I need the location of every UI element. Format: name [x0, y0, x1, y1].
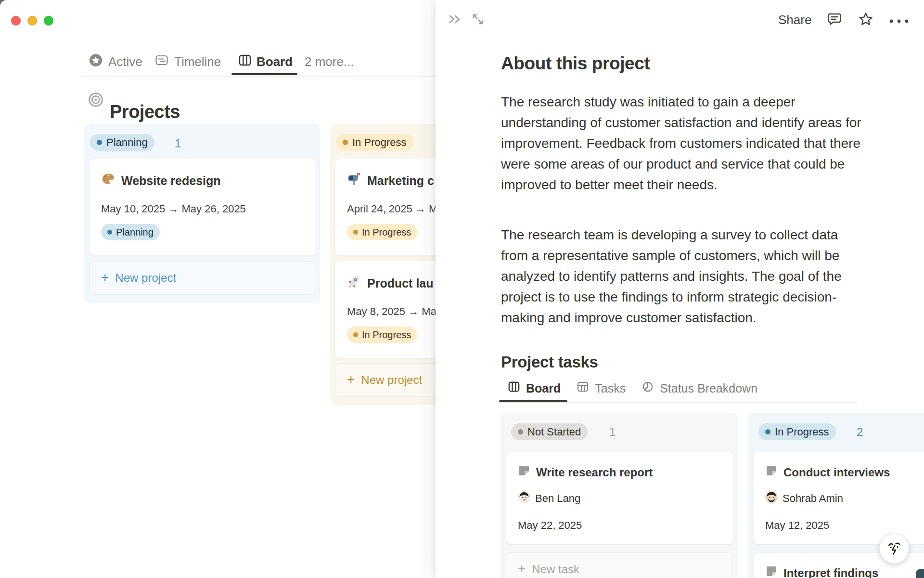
status-dot	[97, 140, 102, 145]
minimize-window-button[interactable]	[27, 16, 37, 26]
ai-face-icon	[886, 539, 903, 558]
card-status-label: In Progress	[362, 227, 411, 238]
view-tab-status-breakdown-label: Status Breakdown	[660, 381, 757, 395]
task-column-not-started: Not Started 1 Write research report Ben …	[500, 413, 738, 578]
pie-chart-icon	[642, 381, 654, 395]
close-peek-chevrons-icon[interactable]	[448, 12, 462, 28]
view-tabs-divider	[499, 402, 857, 403]
new-task-label: New task	[532, 563, 579, 576]
avatar-ben-lang	[518, 491, 530, 503]
status-dot	[765, 429, 770, 434]
task-card-conduct-interviews[interactable]: Conduct interviews Sohrab Amin May 12, 2…	[753, 452, 924, 544]
section-heading: Project tasks	[501, 353, 598, 371]
comments-icon[interactable]	[827, 12, 842, 29]
board-icon	[508, 381, 520, 395]
view-tab-tasks-label: Tasks	[595, 381, 626, 395]
tab-board-label: Board	[257, 54, 293, 69]
view-tab-status-breakdown[interactable]: Status Breakdown	[642, 381, 757, 395]
tab-active-label: Active	[108, 54, 142, 69]
rocket-icon	[347, 275, 361, 291]
new-project-label: New project	[115, 271, 176, 285]
about-paragraph-1: The research study was initiated to gain…	[501, 92, 862, 195]
status-pill-label: In Progress	[775, 426, 829, 438]
notion-ai-button[interactable]	[879, 534, 909, 564]
status-pill-planning[interactable]: Planning	[90, 134, 154, 151]
active-tab-underline	[231, 73, 297, 75]
card-status-tag: In Progress	[347, 327, 417, 343]
status-dot	[107, 230, 112, 235]
status-pill-not-started[interactable]: Not Started	[511, 423, 588, 440]
task-assignee: Sohrab Amin	[783, 492, 843, 505]
card-status-label: In Progress	[362, 329, 411, 341]
view-tab-tasks[interactable]: Tasks	[577, 381, 626, 395]
status-pill-in-progress[interactable]: In Progress	[758, 423, 836, 440]
status-pill-label: Planning	[106, 136, 148, 149]
palette-icon	[101, 172, 116, 188]
note-icon	[518, 464, 530, 479]
project-card-website-redesign[interactable]: Website redesign May 10, 2025 → May 26, …	[89, 158, 316, 256]
star-circle-icon	[89, 53, 103, 70]
task-card-write-research-report[interactable]: Write research report Ben Lang May 22, 2…	[506, 452, 734, 544]
task-date: May 12, 2025	[765, 519, 829, 532]
column-count: 2	[857, 425, 863, 439]
status-pill-label: Not Started	[527, 426, 581, 438]
plus-icon: +	[347, 373, 355, 386]
card-status-tag: In Progress	[347, 224, 417, 240]
zoom-window-button[interactable]	[44, 16, 53, 26]
avatar-sohrab-amin	[765, 491, 778, 503]
new-project-label: New project	[361, 373, 422, 387]
favorite-star-icon[interactable]	[858, 11, 874, 29]
tab-more-label: 2 more...	[305, 54, 354, 69]
card-status-tag: Planning	[101, 224, 160, 240]
card-title: Marketing c	[367, 174, 434, 188]
close-window-button[interactable]	[11, 16, 21, 26]
new-task-button[interactable]: + New task	[506, 552, 733, 578]
board-column-planning: Planning 1 Website redesign May 10, 2025…	[84, 124, 320, 303]
task-title: Interpret findings	[783, 566, 878, 578]
peek-page-title: About this project	[501, 53, 650, 74]
status-pill-label: In Progress	[352, 136, 407, 149]
screen: Active Timeline Board 2 more... Projects	[0, 0, 924, 578]
side-peek-panel: Share About this project The research st…	[436, 0, 924, 578]
card-dates: April 24, 2025 → M	[347, 203, 437, 215]
more-options-icon[interactable]	[888, 17, 910, 26]
mailbox-icon	[347, 172, 361, 188]
status-dot	[343, 140, 348, 145]
status-pill-in-progress[interactable]: In Progress	[336, 134, 413, 151]
task-title: Conduct interviews	[783, 466, 890, 479]
board-icon	[239, 54, 251, 70]
task-date: May 22, 2025	[518, 519, 582, 532]
tab-timeline[interactable]: Timeline	[155, 54, 221, 69]
tab-active[interactable]: Active	[89, 54, 142, 69]
target-icon	[88, 92, 103, 107]
expand-page-icon[interactable]	[471, 12, 485, 28]
card-dates: May 8, 2025 → Ma	[347, 305, 436, 318]
note-icon	[765, 464, 778, 479]
card-title: Website redesign	[121, 174, 221, 188]
card-status-label: Planning	[116, 227, 154, 238]
task-view-tabs: Board Tasks Status Breakdown	[508, 381, 757, 395]
card-dates: May 10, 2025 → May 26, 2025	[101, 203, 246, 215]
status-dot	[518, 429, 523, 434]
column-count: 1	[175, 137, 181, 150]
tab-board[interactable]: Board	[239, 54, 293, 69]
status-dot	[353, 230, 358, 235]
new-project-button-planning[interactable]: + New project	[89, 261, 315, 295]
card-title: Product lau	[367, 276, 434, 290]
plus-icon: +	[518, 562, 526, 576]
task-title: Write research report	[536, 466, 653, 479]
page-title: Projects	[110, 102, 180, 122]
table-icon	[577, 381, 589, 395]
view-tab-board[interactable]: Board	[508, 381, 561, 395]
tab-more-views[interactable]: 2 more...	[305, 54, 354, 69]
tab-timeline-label: Timeline	[174, 54, 221, 69]
timeline-icon	[155, 53, 168, 70]
task-assignee: Ben Lang	[535, 492, 580, 505]
status-dot	[353, 332, 358, 337]
view-tab-board-label: Board	[526, 381, 561, 395]
note-icon	[765, 565, 778, 578]
tabs-divider	[81, 76, 436, 77]
share-button[interactable]: Share	[778, 13, 811, 27]
corner-avatar-fragment	[916, 569, 924, 578]
column-count: 1	[609, 425, 616, 439]
